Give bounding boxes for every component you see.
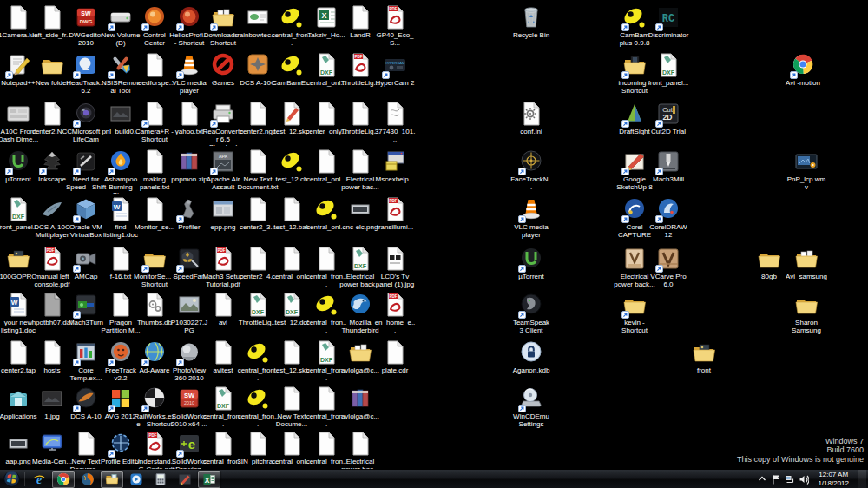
show-desktop-button[interactable] (858, 470, 866, 488)
desktop-icon[interactable]: CorelDRAW 12 (648, 197, 689, 240)
edraw-icon: e (176, 432, 202, 458)
desktop-icon[interactable]: Avi_samsung (786, 247, 827, 281)
rar-icon (347, 386, 373, 412)
desktop-icon[interactable]: PnP_lcp.wmv (786, 149, 827, 192)
desktop-icon[interactable]: Electrical power bac... (339, 432, 381, 474)
shortcut-arrow-icon (210, 120, 218, 128)
not-genuine-text: This copy of Windows is not genuine (737, 455, 864, 465)
dxf-icon: DXF (210, 386, 236, 412)
tray-action-center-icon[interactable] (770, 473, 781, 485)
desktop-icon[interactable]: LCD's Tv panel (1).jpg (374, 247, 416, 289)
desktop-icon[interactable]: PDFtransillumi... (374, 197, 416, 232)
taskbar-item-firefox[interactable] (76, 471, 99, 488)
corelcap-icon (621, 197, 648, 223)
desktop-icon-label: Discriminator (648, 32, 689, 40)
windows-explorer-icon (105, 472, 119, 486)
taskbar-item-excel[interactable]: X (198, 471, 220, 488)
doc-icon (279, 247, 305, 273)
shortcut-arrow-icon (176, 265, 184, 273)
desktop-icon[interactable]: µTorrent (510, 247, 552, 281)
dxf-icon: DXF (655, 53, 681, 79)
desktop-icon[interactable]: FaceTrackN... (510, 149, 552, 192)
db-icon (141, 293, 168, 319)
svg-text:DXF: DXF (252, 309, 265, 315)
desktop-icon[interactable]: PDFen_home_e... (374, 293, 416, 335)
shortcut-arrow-icon (621, 215, 629, 223)
desktop-icon[interactable]: DXFfront_panel... (648, 53, 689, 88)
shortcut-arrow-icon (518, 265, 526, 273)
taskbar-item-media-player[interactable] (125, 471, 148, 488)
taskbar-item-calculator[interactable] (149, 471, 172, 488)
calculator-icon (154, 472, 168, 486)
tools-icon (108, 53, 134, 79)
shortcut-arrow-icon (73, 311, 81, 319)
doc-icon (141, 149, 168, 175)
desktop-icon[interactable]: kevin - Shortcut (614, 293, 655, 335)
pdf-icon: PDF (39, 247, 65, 273)
taskbar-clock[interactable]: 12:07 AM 1/18/2012 (812, 471, 854, 488)
chrome-icon (56, 472, 70, 486)
folderdocs-icon (347, 340, 373, 366)
desktop-icon[interactable]: conf.ini (510, 102, 552, 136)
desktop-icon-label: Sharon Samsung (786, 320, 827, 335)
desktop-icon[interactable]: VLC media player (510, 197, 552, 240)
taskbar-item-sketchup[interactable] (174, 471, 196, 488)
shortcut-arrow-icon (210, 168, 218, 175)
shortcut-arrow-icon (108, 23, 115, 31)
doc-icon (347, 102, 373, 128)
shortcut-arrow-icon (141, 23, 149, 31)
desktop-icon-label: front_panel... (648, 80, 689, 88)
shortcut-arrow-icon (655, 265, 663, 273)
desktop-icon[interactable]: Sharon Samsung (786, 293, 827, 335)
swdwg-icon: SWDWG (73, 5, 99, 31)
desktop-icon[interactable]: 377430_101... (374, 102, 416, 144)
start-button[interactable] (0, 470, 23, 488)
desktop-icon[interactable]: Avi -motion (782, 53, 824, 88)
taskbar-item-internet-explorer[interactable]: e (28, 471, 50, 488)
ini-icon (518, 102, 544, 128)
desktop-icon[interactable]: plate.cdr (374, 340, 416, 375)
desktop-icon[interactable]: TeamSpeak 3 Client (510, 293, 552, 335)
desktop-icon[interactable]: Cut2DCut2D Trial (648, 102, 689, 136)
desktop-icon[interactable]: Mach3Mill (648, 149, 689, 184)
apps-icon (5, 386, 31, 412)
word-icon: W (108, 197, 134, 223)
shortcut-arrow-icon (621, 23, 629, 31)
desktop-icon-label: GP40_Eco_S... (374, 32, 416, 48)
shortcut-arrow-icon (141, 405, 149, 412)
desktop-icon[interactable]: Aganon.kdb (510, 340, 552, 375)
desktop-icon[interactable]: front (683, 340, 725, 375)
rnc-icon: RC (655, 5, 681, 31)
svg-text:DXF: DXF (354, 263, 367, 269)
apa-icon: APA (210, 149, 236, 175)
shortcut-arrow-icon (518, 215, 526, 223)
tray-network-icon[interactable] (784, 473, 795, 485)
folder-icon (621, 293, 648, 319)
desktop-icon[interactable]: 80gb (748, 247, 790, 281)
dcs-icon (245, 53, 271, 79)
shortcut-arrow-icon (621, 120, 629, 128)
folderdocs-icon (793, 247, 819, 273)
desktop-icon[interactable]: Mscexhelp... (374, 149, 416, 184)
tray-show-hidden-icon[interactable] (756, 473, 767, 485)
desktop-icon[interactable]: HYPERCAMHyperCam 2 (374, 53, 416, 88)
tray-icons (756, 473, 809, 485)
taskbar-item-windows-explorer[interactable] (101, 471, 123, 488)
desktop-icon-label: Recycle Bin (510, 32, 552, 40)
desktop-icon[interactable]: VCarve Pro 6.0 (648, 247, 689, 289)
desktop-icon-label: avlolga@c... (339, 413, 381, 421)
svg-text:PDF: PDF (149, 433, 157, 438)
shortcut-arrow-icon (655, 120, 663, 128)
tray-volume-icon[interactable] (798, 473, 809, 485)
desktop-icon[interactable]: Recycle Bin (510, 5, 552, 40)
desktop-icon[interactable]: avlolga@c... (339, 386, 381, 421)
desktop-icon[interactable]: PDFGP40_Eco_S... (374, 5, 416, 48)
windows-version-text: Windows 7 (737, 437, 864, 446)
pdf-icon: PDF (382, 5, 408, 31)
cambam-icon (279, 149, 305, 175)
desktop-icon[interactable]: WinCDEmu Settings (510, 386, 552, 429)
desktop-icon[interactable]: RCDiscriminator (648, 5, 689, 40)
docgrey-icon (39, 293, 65, 319)
media-player-icon (129, 472, 143, 486)
taskbar-item-chrome[interactable] (52, 471, 75, 488)
